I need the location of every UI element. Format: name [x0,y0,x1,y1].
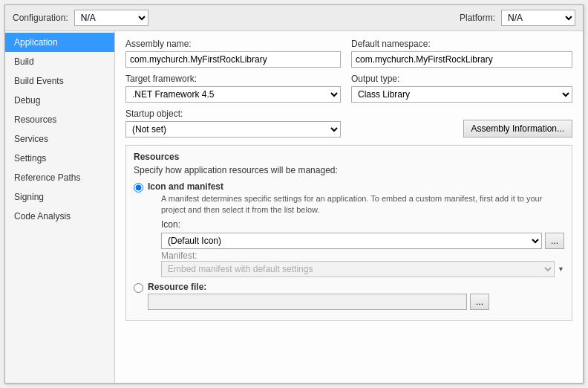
startup-object-group: Startup object: (Not set) [125,109,344,138]
icon-row: Icon: (Default Icon) ... [161,219,564,249]
sidebar: Application Build Build Events Debug Res… [5,31,115,383]
startup-object-label: Startup object: [125,109,344,119]
resources-section-title: Resources [134,152,564,162]
sidebar-item-code-analysis[interactable]: Code Analysis [5,207,114,226]
sidebar-item-signing[interactable]: Signing [5,187,114,207]
assembly-namespace-row: Assembly name: Default namespace: [125,39,572,68]
configuration-label: Configuration: [13,13,68,23]
resource-file-content: Resource file: ... [148,282,489,310]
assembly-name-input[interactable] [125,51,341,68]
sidebar-item-settings[interactable]: Settings [5,149,114,168]
output-type-group: Output type: Class Library [351,74,572,103]
sidebar-item-build[interactable]: Build [5,52,114,71]
resource-file-radio[interactable] [134,283,143,293]
icon-manifest-desc: A manifest determines specific settings … [161,193,564,216]
icon-manifest-content: Icon and manifest A manifest determines … [148,181,564,277]
icon-browse-button[interactable]: ... [545,233,564,249]
output-type-label: Output type: [351,74,572,84]
target-framework-select[interactable]: .NET Framework 4.5 [125,86,341,103]
main-panel: Assembly name: Default namespace: Target… [115,31,583,383]
startup-object-select[interactable]: (Not set) [125,121,341,138]
sidebar-item-debug[interactable]: Debug [5,91,114,110]
content-area: Application Build Build Events Debug Res… [5,31,583,383]
startup-row: Startup object: (Not set) Assembly Infor… [125,109,572,138]
platform-select[interactable]: N/A [501,10,575,26]
icon-label: Icon: [161,219,564,230]
default-namespace-group: Default namespace: [351,39,572,68]
output-type-select[interactable]: Class Library [351,86,572,103]
target-framework-group: Target framework: .NET Framework 4.5 [125,74,341,103]
default-namespace-label: Default namespace: [351,39,572,49]
icon-manifest-option: Icon and manifest A manifest determines … [134,181,564,277]
assembly-info-wrapper: Assembly Information... [354,120,572,138]
resource-file-input-row: ... [148,294,489,310]
assembly-info-button[interactable]: Assembly Information... [463,120,572,138]
toolbar: Configuration: N/A Platform: N/A [5,5,583,31]
resource-file-label: Resource file: [148,282,489,292]
icon-select-row: (Default Icon) ... [161,233,564,249]
resources-section: Resources Specify how application resour… [125,145,572,321]
sidebar-item-services[interactable]: Services [5,129,114,149]
resource-file-option: Resource file: ... [134,282,564,310]
icon-select[interactable]: (Default Icon) [161,233,542,249]
sidebar-item-reference-paths[interactable]: Reference Paths [5,168,114,187]
default-namespace-input[interactable] [351,51,572,68]
framework-output-row: Target framework: .NET Framework 4.5 Out… [125,74,572,103]
target-framework-label: Target framework: [125,74,341,84]
configuration-select[interactable]: N/A [74,10,148,26]
assembly-name-group: Assembly name: [125,39,341,68]
manifest-chevron: ▼ [558,265,564,273]
sidebar-item-resources[interactable]: Resources [5,110,114,129]
manifest-select-row: Embed manifest with default settings ▼ [161,261,564,277]
main-window: Configuration: N/A Platform: N/A Applica… [4,4,584,384]
sidebar-item-build-events[interactable]: Build Events [5,71,114,91]
resources-section-desc: Specify how application resources will b… [134,165,564,175]
icon-manifest-label: Icon and manifest [148,181,564,192]
assembly-name-label: Assembly name: [125,39,341,49]
icon-manifest-radio[interactable] [134,183,143,193]
sidebar-item-application[interactable]: Application [5,33,114,52]
platform-label: Platform: [460,13,495,23]
manifest-label: Manifest: [161,250,197,261]
manifest-select[interactable]: Embed manifest with default settings [161,261,555,277]
manifest-row: Manifest: Embed manifest with default se… [161,250,564,277]
resource-file-input [148,294,467,310]
resource-file-browse-button[interactable]: ... [470,294,489,310]
